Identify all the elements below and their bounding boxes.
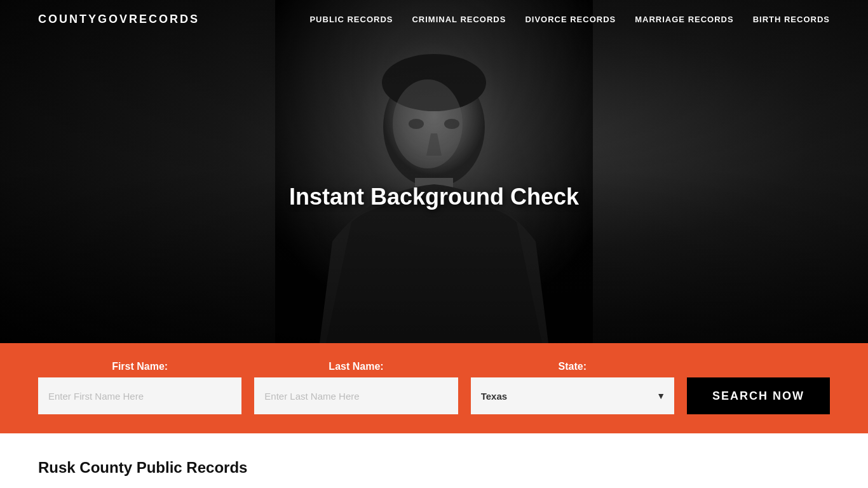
nav-item-birth-records[interactable]: BIRTH RECORDS	[753, 15, 830, 24]
first-name-label: First Name:	[38, 361, 241, 372]
state-select[interactable]: Texas Alabama Alaska Arizona Arkansas Ca…	[471, 377, 674, 414]
nav-item-public-records[interactable]: PUBLIC RECORDS	[309, 15, 393, 24]
hero-content: Instant Background Check	[289, 133, 579, 210]
main-nav: PUBLIC RECORDS CRIMINAL RECORDS DIVORCE …	[309, 15, 830, 24]
nav-item-criminal-records[interactable]: CRIMINAL RECORDS	[412, 15, 506, 24]
last-name-label: Last Name:	[254, 361, 458, 372]
nav-item-marriage-records[interactable]: MARRIAGE RECORDS	[635, 15, 733, 24]
content-title: Rusk County Public Records	[38, 459, 830, 477]
first-name-field: First Name:	[38, 361, 241, 414]
header: COUNTYGOVRECORDS PUBLIC RECORDS CRIMINAL…	[0, 0, 868, 39]
search-bar: First Name: Last Name: State: Texas Alab…	[0, 343, 868, 433]
state-select-wrapper: Texas Alabama Alaska Arizona Arkansas Ca…	[471, 377, 674, 414]
first-name-input[interactable]	[38, 377, 241, 414]
state-label: State:	[471, 361, 674, 372]
search-now-button[interactable]: SEARCH NOW	[687, 377, 830, 414]
state-field: State: Texas Alabama Alaska Arizona Arka…	[471, 361, 674, 414]
last-name-field: Last Name:	[254, 361, 458, 414]
content-section: Rusk County Public Records Anyone needin…	[0, 433, 868, 488]
hero-title: Instant Background Check	[289, 184, 579, 210]
site-logo[interactable]: COUNTYGOVRECORDS	[38, 13, 200, 26]
nav-item-divorce-records[interactable]: DIVORCE RECORDS	[525, 15, 616, 24]
last-name-input[interactable]	[254, 377, 458, 414]
hero-section: Instant Background Check	[0, 0, 868, 343]
